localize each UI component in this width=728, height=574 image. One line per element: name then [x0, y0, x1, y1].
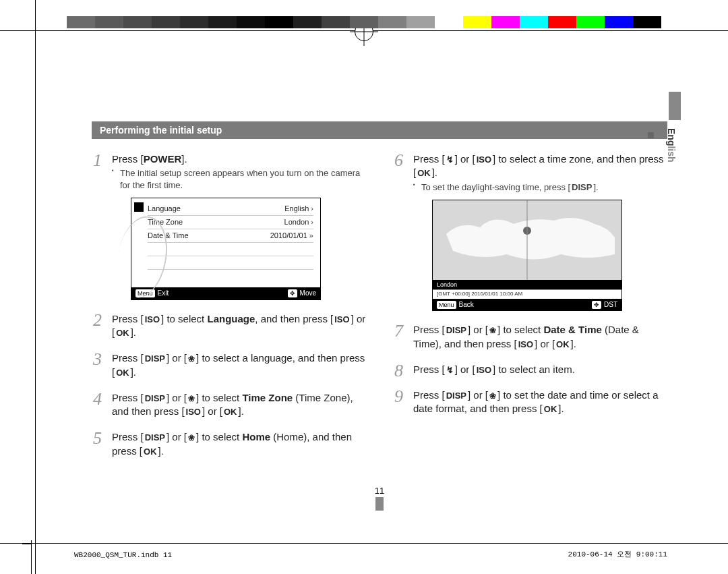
map-city-label: London — [433, 280, 621, 289]
crop-corner-bottom-left — [31, 540, 41, 574]
step-4: Press [DISP] or [] to select Time Zone (… — [92, 391, 366, 419]
step-text: Press [POWER]. — [112, 153, 187, 165]
macro-icon — [187, 391, 196, 405]
flash-icon — [445, 152, 455, 166]
section-marker — [648, 132, 654, 138]
steps-1-5: Press [POWER]. The initial setup screen … — [92, 152, 366, 458]
footer-right: Move — [300, 289, 316, 298]
lang-suffix: lish — [666, 146, 677, 162]
macro-icon — [187, 351, 196, 365]
iso-icon: ISO — [144, 314, 161, 326]
page-content: English Performing the initial setup Pre… — [92, 121, 667, 513]
iso-icon: ISO — [185, 406, 202, 418]
crop-line-left — [35, 0, 36, 574]
print-footer-left: WB2000_QSM_TUR.indb 11 — [74, 551, 172, 559]
step-6: Press [] or [ISO] to select a time zone,… — [393, 152, 667, 311]
row-value: London — [284, 217, 313, 227]
step-1: Press [POWER]. The initial setup screen … — [92, 152, 366, 300]
map-gmt-label: [GMT +00:00] 2010/01/01 10:00 AM — [433, 289, 621, 299]
steps-6-9: Press [] or [ISO] to select a time zone,… — [393, 152, 667, 416]
row-label: Language — [148, 204, 181, 214]
disp-icon: DISP — [445, 324, 468, 337]
screen-footer: Menu Exit ✥ Move — [131, 287, 320, 299]
section-header: Performing the initial setup — [92, 121, 667, 139]
step-3: Press [DISP] or [] to select a language,… — [92, 351, 366, 379]
disp-icon: DISP — [570, 181, 593, 194]
color-calibration-bar — [67, 16, 661, 28]
dpad-icon: ✥ — [288, 289, 297, 297]
iso-icon: ISO — [517, 339, 535, 351]
lang-prefix: Eng — [666, 128, 677, 146]
iso-icon: ISO — [333, 314, 351, 326]
step-2: Press [ISO] to select Language, and then… — [92, 312, 366, 340]
step-8: Press [] or [ISO] to select an item. — [393, 363, 667, 376]
iso-icon: ISO — [475, 364, 493, 376]
dpad-icon: ✥ — [592, 301, 601, 309]
ok-icon: OK — [222, 406, 239, 418]
footer-left: Back — [459, 300, 474, 310]
footer-right: DST — [604, 300, 617, 310]
ok-icon: OK — [142, 446, 158, 458]
right-column: Press [] or [ISO] to select a time zone,… — [393, 152, 667, 470]
timezone-map-mock: London [GMT +00:00] 2010/01/01 10:00 AM … — [432, 200, 622, 311]
page-edge-block — [375, 497, 384, 511]
crop-line-bottom — [0, 543, 728, 544]
ok-icon: OK — [555, 339, 571, 351]
step-5: Press [DISP] or [] to select Home (Home)… — [92, 430, 366, 458]
setup-screen-mock: Language English Time Zone London Date &… — [131, 198, 321, 300]
ok-icon: OK — [543, 403, 559, 415]
flash-icon — [445, 363, 455, 376]
screen-row-empty — [148, 270, 313, 283]
disp-icon: DISP — [445, 390, 468, 402]
screen-row-empty — [148, 256, 313, 270]
step-6-note: To set the daylight-saving time, press [… — [413, 181, 667, 194]
left-column: Press [POWER]. The initial setup screen … — [92, 152, 366, 470]
iso-icon: ISO — [475, 154, 493, 166]
row-value: English — [284, 204, 313, 214]
edge-tab-block — [669, 92, 681, 120]
ok-icon: OK — [115, 327, 131, 339]
disp-icon: DISP — [144, 432, 166, 444]
macro-icon — [488, 323, 497, 337]
disp-icon: DISP — [144, 393, 166, 405]
step-7: Press [DISP] or [] to select Date & Time… — [393, 323, 667, 351]
print-footer-right: 2010-06-14 오전 9:00:11 — [568, 549, 667, 559]
screen-row-datetime: Date & Time 2010/01/01 — [148, 229, 313, 243]
language-edge-tab: English — [666, 128, 677, 163]
step-9: Press [DISP] or [] to set the date and t… — [393, 389, 667, 416]
step-1-note: The initial setup screen appears when yo… — [112, 167, 366, 191]
footer-left: Exit — [158, 289, 169, 298]
page-number: 11 — [92, 486, 667, 496]
macro-icon — [488, 389, 497, 402]
ok-icon: OK — [416, 167, 432, 179]
ok-icon: OK — [115, 367, 131, 379]
map-footer: Menu Back ✥ DST — [433, 299, 621, 311]
screen-row-timezone: Time Zone London — [148, 216, 313, 229]
row-value: 2010/01/01 — [270, 231, 313, 241]
menu-btn-label: Menu — [437, 301, 456, 309]
screen-row-language: Language English — [148, 202, 313, 216]
disp-icon: DISP — [144, 353, 166, 365]
world-map — [433, 200, 621, 280]
screen-row-empty — [148, 243, 313, 256]
macro-icon — [187, 430, 196, 444]
gear-icon — [134, 202, 144, 212]
